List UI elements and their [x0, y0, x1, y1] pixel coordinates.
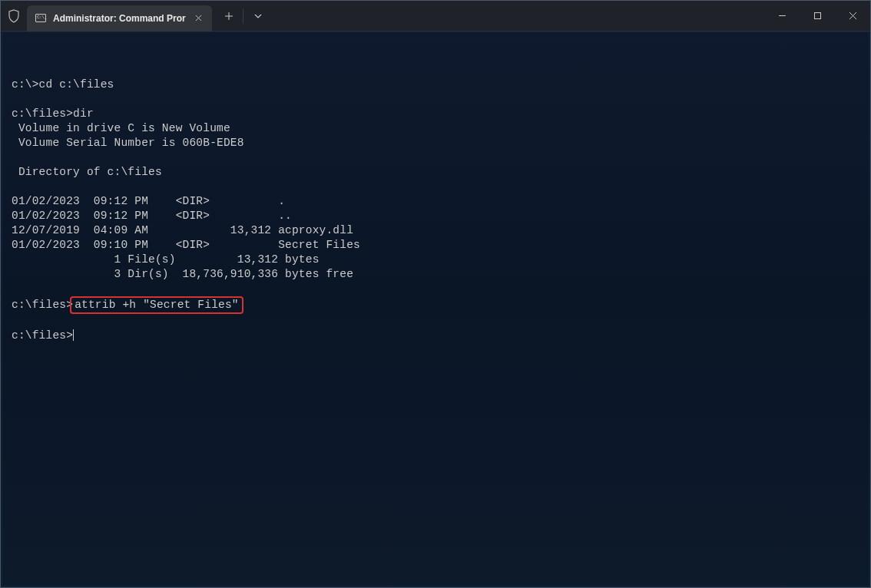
terminal-line: 01/02/2023 09:12 PM <DIR> ..: [12, 209, 859, 223]
terminal-line: c:\files>attrib +h "Secret Files": [12, 296, 859, 314]
terminal-line: [12, 150, 859, 165]
terminal-line: [12, 92, 859, 107]
terminal-line: Directory of c:\files: [12, 165, 859, 180]
admin-shield-icon: [1, 1, 27, 31]
cmd-icon: [35, 12, 47, 25]
divider: [243, 8, 243, 24]
maximize-button[interactable]: [800, 1, 835, 31]
terminal-line: 12/07/2019 04:09 AM 13,312 acproxy.dll: [12, 223, 859, 238]
tab-close-button[interactable]: [192, 12, 206, 25]
tab-active[interactable]: Administrator: Command Pror: [27, 5, 212, 31]
terminal-line: [12, 314, 859, 329]
window-controls: [764, 1, 870, 31]
terminal-line: 3 Dir(s) 18,736,910,336 bytes free: [12, 267, 859, 282]
terminal-line: 1 File(s) 13,312 bytes: [12, 253, 859, 267]
minimize-button[interactable]: [764, 1, 800, 31]
close-window-button[interactable]: [835, 1, 870, 31]
titlebar: Administrator: Command Pror: [1, 1, 870, 31]
highlighted-command: attrib +h "Secret Files": [70, 296, 243, 314]
svg-rect-0: [814, 13, 820, 19]
terminal-line: [12, 180, 859, 194]
terminal-line: c:\>cd c:\files: [12, 78, 859, 92]
terminal-line: Volume in drive C is New Volume: [12, 121, 859, 136]
terminal-window: Administrator: Command Pror: [0, 0, 871, 588]
tab-dropdown-button[interactable]: [247, 4, 270, 28]
terminal-line: 01/02/2023 09:10 PM <DIR> Secret Files: [12, 238, 859, 253]
titlebar-left: Administrator: Command Pror: [1, 1, 270, 31]
terminal-line: 01/02/2023 09:12 PM <DIR> .: [12, 194, 859, 209]
terminal-line: c:\files>dir: [12, 107, 859, 121]
terminal-line: c:\files>: [12, 329, 859, 343]
terminal-line: [12, 282, 859, 296]
cursor: [73, 329, 74, 341]
terminal-line: Volume Serial Number is 060B-EDE8: [12, 136, 859, 150]
tab-label: Administrator: Command Pror: [53, 13, 186, 24]
new-tab-button[interactable]: [217, 4, 241, 28]
terminal-output[interactable]: c:\>cd c:\files c:\files>dir Volume in d…: [1, 31, 870, 587]
